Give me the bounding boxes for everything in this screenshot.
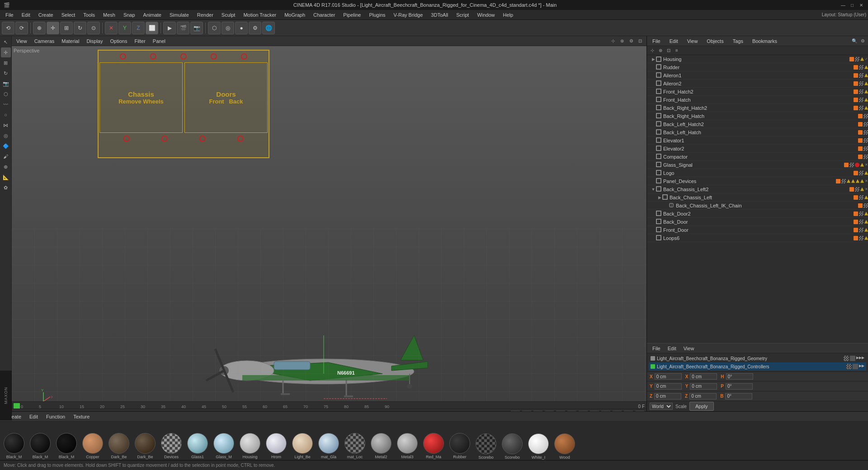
render-btn[interactable]: ▶ <box>163 22 176 34</box>
coord-x2-input[interactable] <box>690 373 717 380</box>
obj-back-chassis-left2[interactable]: ▼ Back_Chassis_Left2 ✕ <box>647 185 868 193</box>
obj-elevator2[interactable]: Elevator2 <box>647 145 868 153</box>
tool-scene[interactable]: ◎ <box>1 131 11 141</box>
tool-select[interactable]: ↖ <box>1 37 11 47</box>
coord-sys-btn[interactable]: 🌐 <box>262 22 275 34</box>
scale-tool[interactable]: ⊞ <box>60 22 73 34</box>
rotate-tool[interactable]: ↻ <box>74 22 86 34</box>
obj-front-hatch[interactable]: Front_Hatch <box>647 96 868 104</box>
settings-icon[interactable]: ⚙ <box>859 38 866 45</box>
obj-back-chassis-left-ik-chain[interactable]: Back_Chassis_Left_IK_Chain <box>647 202 868 210</box>
new-object-button[interactable]: ⊕ <box>33 22 46 34</box>
tool-camera[interactable]: 📷 <box>1 79 11 89</box>
tool-rotate[interactable]: ↻ <box>1 68 11 78</box>
obj-front-hatch2[interactable]: Front_Hatch2 <box>647 88 868 96</box>
tab-edit[interactable]: Edit <box>666 38 682 45</box>
coord-x-input[interactable] <box>655 373 682 380</box>
mat-wood[interactable]: Wood <box>552 433 577 460</box>
obj-back-right-hatch2[interactable]: Back_Right_Hatch2 <box>647 104 868 112</box>
rt-icon-2[interactable]: ⊛ <box>657 47 664 54</box>
transform-tool[interactable]: ⊙ <box>87 22 100 34</box>
obj-back-left-hatch2[interactable]: Back_Left_Hatch2 <box>647 120 868 128</box>
rt-icon-1[interactable]: ⊹ <box>649 47 656 54</box>
viewport-menu-options[interactable]: Options <box>108 38 129 45</box>
tool-polygon[interactable]: ⬡ <box>1 89 11 99</box>
viewport-menu-view[interactable]: View <box>14 38 29 45</box>
obj-loops6[interactable]: Loops6 <box>647 234 868 242</box>
mat-glass1[interactable]: Glass1 <box>185 433 210 459</box>
mat-red-ma[interactable]: Red_Ma <box>421 433 446 459</box>
coord-p-input[interactable] <box>726 383 753 390</box>
object-mode-btn[interactable]: ⬜ <box>146 22 158 34</box>
menu-motion-tracker[interactable]: Motion Tracker <box>240 11 280 19</box>
coord-y-input[interactable] <box>655 383 682 390</box>
viewport-menu-display[interactable]: Display <box>85 38 104 45</box>
z-axis-btn[interactable]: Z <box>132 22 145 34</box>
mat-metal3[interactable]: Metal3 <box>395 433 420 459</box>
obj-aileron2[interactable]: Aileron2 <box>647 80 868 88</box>
coord-z2-input[interactable] <box>689 393 717 400</box>
mat-dark-be-1[interactable]: Dark_Be <box>107 433 131 459</box>
menu-pipeline[interactable]: Pipeline <box>340 11 364 19</box>
poly-mode-btn[interactable]: ⬡ <box>208 22 221 34</box>
mat-mat-gla[interactable]: mat_Gla <box>316 433 341 459</box>
mat-housing[interactable]: Housing <box>238 433 262 459</box>
menu-render[interactable]: Render <box>193 11 217 19</box>
menu-window[interactable]: Window <box>473 11 498 19</box>
render-settings-btn[interactable]: 🎬 <box>177 22 189 34</box>
tool-sculpt[interactable]: ✿ <box>1 183 11 193</box>
obj-glass-signal[interactable]: Glass_Signal ✕ <box>647 161 868 169</box>
tool-nurbs[interactable]: ○ <box>1 110 11 120</box>
mat-black-m-3[interactable]: Black_M <box>54 433 79 459</box>
obj-back-chassis-left[interactable]: ▶ Back_Chassis_Left <box>647 193 868 202</box>
tool-scale[interactable]: ⊞ <box>1 58 11 68</box>
mat-rubber[interactable]: Rubber <box>448 433 472 459</box>
menu-animate[interactable]: Animate <box>140 11 165 19</box>
obj-rudder[interactable]: Rudder <box>647 63 868 71</box>
minimize-button[interactable]: — <box>840 2 846 8</box>
menu-3dtoall[interactable]: 3DToAll <box>427 11 452 19</box>
mat-black-m-2[interactable]: Black_M <box>28 433 52 459</box>
tool-snap[interactable]: ⊕ <box>1 162 11 172</box>
tool-spline[interactable]: 〰 <box>1 99 11 109</box>
viewport[interactable]: View Cameras Material Display Options Fi… <box>12 36 646 411</box>
edge-mode-btn[interactable]: ◎ <box>222 22 234 34</box>
obj-compactor[interactable]: Compactor <box>647 153 868 161</box>
tool-measure[interactable]: 📐 <box>1 172 11 182</box>
mat-light-be[interactable]: Light_Be <box>290 433 315 459</box>
tab-bottom-file[interactable]: File <box>649 345 664 352</box>
snap-btn[interactable]: ⚙ <box>249 22 261 34</box>
mat-dark-be-2[interactable]: Dark_Be <box>133 433 157 459</box>
mat-glass-m[interactable]: Glass_M <box>212 433 236 459</box>
mat-hrom[interactable]: Hrom <box>264 433 288 459</box>
point-mode-btn[interactable]: ● <box>235 22 248 34</box>
scene-obj-row-1[interactable]: Light_Aircraft_Beechcraft_Bonanza_Rigged… <box>649 354 866 362</box>
tab-bookmarks[interactable]: Bookmarks <box>749 38 781 45</box>
search-icon[interactable]: 🔍 <box>851 38 858 45</box>
viewport-menu-panel[interactable]: Panel <box>151 38 167 45</box>
menu-snap[interactable]: Snap <box>120 11 139 19</box>
obj-back-left-hatch[interactable]: Back_Left_Hatch <box>647 128 868 136</box>
y-axis-btn[interactable]: Y <box>118 22 131 34</box>
obj-panel-devices[interactable]: Panel_Devices ✕ <box>647 177 868 185</box>
move-tool[interactable]: ✛ <box>47 22 59 34</box>
tab-objects[interactable]: Objects <box>703 38 727 45</box>
obj-front-door[interactable]: Front_Door <box>647 226 868 234</box>
menu-vray[interactable]: V-Ray Bridge <box>390 11 427 19</box>
menu-select[interactable]: Select <box>58 11 79 19</box>
menu-plugins[interactable]: Plugins <box>365 11 389 19</box>
viewport-menu-filter[interactable]: Filter <box>132 38 147 45</box>
obj-housing[interactable]: ▶ Housing ✓ <box>647 55 868 63</box>
menu-create[interactable]: Create <box>35 11 57 19</box>
redo-button[interactable]: ⟳ <box>15 22 28 34</box>
obj-back-right-hatch[interactable]: Back_Right_Hatch <box>647 112 868 120</box>
tab-bottom-view[interactable]: View <box>680 345 698 352</box>
mat-devices[interactable]: Devices <box>159 433 184 459</box>
menu-sculpt[interactable]: Sculpt <box>218 11 239 19</box>
maximize-button[interactable]: □ <box>849 2 855 8</box>
coord-z-input[interactable] <box>654 393 681 400</box>
coord-system-select[interactable]: World Object <box>650 403 673 410</box>
obj-aileron1[interactable]: Aileron1 <box>647 71 868 80</box>
mat-menu-edit[interactable]: Edit <box>26 413 42 420</box>
close-button[interactable]: ✕ <box>858 2 864 8</box>
